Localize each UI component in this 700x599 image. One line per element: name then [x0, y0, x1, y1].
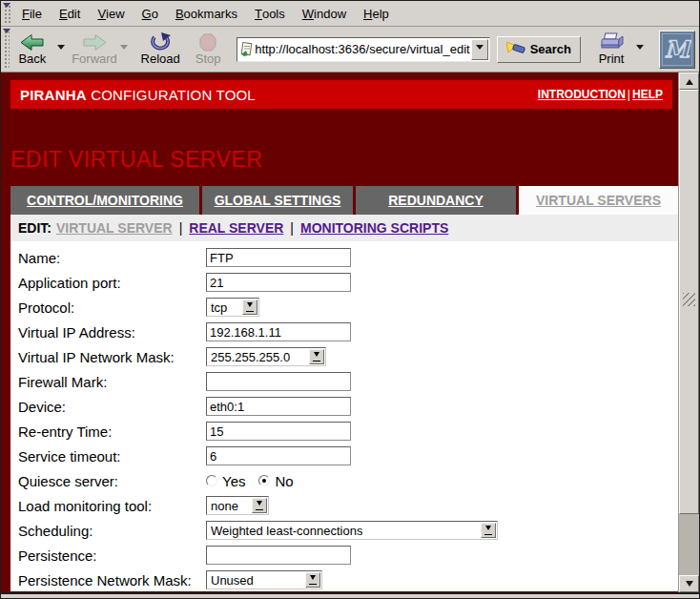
stop-label: Stop — [196, 52, 221, 66]
back-icon — [20, 32, 45, 52]
form-row: Application port: — [10, 270, 678, 295]
url-text[interactable]: http://localhost:3636/secure/virtual_edi… — [255, 42, 469, 56]
scrollbar-up-button[interactable] — [679, 72, 699, 90]
load-tool-select-arrow-button[interactable] — [252, 498, 267, 513]
quiesce-yes-label: Yes — [222, 473, 245, 489]
window-bottom-edge — [1, 592, 699, 598]
scheduling-label: Scheduling: — [18, 523, 206, 539]
forward-icon — [82, 32, 107, 52]
help-link[interactable]: HELP — [632, 88, 663, 101]
tab-redundancy[interactable]: REDUNDANCY — [356, 186, 516, 215]
load-monitoring-tool-select[interactable]: none — [206, 496, 269, 515]
form-row: Protocol: tcp — [10, 295, 678, 320]
persistence-netmask-label: Persistence Network Mask: — [18, 572, 206, 589]
form-row: Scheduling: Weighted least-connections — [10, 518, 678, 543]
quiesce-yes-radio[interactable] — [206, 475, 217, 486]
application-port-input[interactable] — [206, 273, 351, 292]
menu-items: File Edit View Go Bookmarks Tools Window… — [13, 1, 398, 26]
protocol-select[interactable]: tcp — [206, 298, 259, 317]
form-row: Load monitoring tool: none — [10, 493, 678, 518]
print-label: Print — [599, 52, 625, 66]
name-input[interactable] — [206, 248, 351, 267]
quiesce-no-label: No — [275, 473, 293, 489]
forward-dropdown-arrow[interactable] — [120, 45, 128, 53]
firewall-mark-input[interactable] — [206, 372, 351, 391]
virtual-server-form: Name: Application port: Protocol: tcp Vi… — [10, 241, 678, 591]
scrollbar-thumb[interactable] — [679, 90, 699, 514]
back-button[interactable]: Back — [11, 29, 53, 71]
toolbar-grip-handle[interactable] — [3, 29, 10, 70]
vip-netmask-value: 255.255.255.0 — [211, 350, 290, 364]
mozilla-logo-button[interactable]: M — [659, 31, 695, 69]
brand-rest: CONFIGURATION TOOL — [91, 87, 256, 103]
protocol-value: tcp — [211, 300, 227, 315]
stop-icon — [199, 32, 216, 52]
forward-button[interactable]: Forward — [72, 29, 116, 71]
url-history-dropdown[interactable] — [471, 39, 488, 60]
print-dropdown-arrow[interactable] — [636, 45, 644, 53]
introduction-link[interactable]: INTRODUCTION — [538, 88, 626, 101]
subnav-separator-1: | — [173, 220, 190, 236]
reentry-time-label: Re-entry Time: — [18, 423, 206, 440]
reload-button[interactable]: Reload — [139, 29, 181, 71]
persistence-input[interactable] — [206, 546, 351, 565]
persistence-netmask-value: Unused — [211, 573, 254, 588]
down-arrow-icon — [686, 581, 693, 590]
virtual-ip-input[interactable] — [206, 322, 351, 341]
menu-help[interactable]: Help — [355, 1, 398, 26]
vip-netmask-select-arrow-button[interactable] — [309, 349, 324, 364]
menu-view[interactable]: View — [89, 1, 133, 26]
header-link-separator: | — [626, 88, 632, 101]
menubar-grip-handle[interactable] — [3, 3, 11, 24]
quiesce-radio-group: Yes No — [206, 473, 307, 489]
back-dropdown-arrow[interactable] — [57, 45, 65, 53]
browser-window: File Edit View Go Bookmarks Tools Window… — [0, 0, 700, 599]
application-port-label: Application port: — [18, 275, 206, 291]
subnav-separator-2: | — [283, 220, 300, 236]
quiesce-server-label: Quiesce server: — [18, 473, 206, 489]
persistence-netmask-select-arrow-button[interactable] — [305, 572, 320, 588]
reentry-time-input[interactable] — [206, 422, 351, 441]
menu-window[interactable]: Window — [294, 1, 355, 26]
url-bar[interactable]: http://localhost:3636/secure/virtual_edi… — [237, 37, 489, 62]
search-button[interactable]: Search — [497, 36, 581, 63]
scrollbar-trough[interactable] — [679, 514, 699, 575]
form-row: Persistence: — [10, 543, 678, 568]
scheduling-select[interactable]: Weighted least-connections — [206, 521, 498, 540]
edit-subnav: EDIT: VIRTUAL SERVER | REAL SERVER | MON… — [10, 215, 678, 241]
reload-icon — [150, 32, 171, 52]
form-row: Firewall Mark: — [10, 369, 678, 394]
menu-tools[interactable]: Tools — [246, 1, 294, 26]
menu-edit[interactable]: Edit — [51, 1, 89, 26]
scrollbar-down-button[interactable] — [679, 575, 699, 592]
quiesce-no-radio[interactable] — [258, 475, 270, 486]
virtual-ip-label: Virtual IP Address: — [18, 324, 206, 341]
service-timeout-input[interactable] — [206, 446, 351, 465]
print-button[interactable]: Print — [590, 29, 632, 71]
scheduling-select-arrow-button[interactable] — [481, 523, 496, 538]
tab-virtual-servers[interactable]: VIRTUAL SERVERS — [519, 186, 678, 215]
persistence-netmask-select[interactable]: Unused — [206, 570, 322, 589]
subnav-virtual-server: VIRTUAL SERVER — [56, 220, 173, 236]
header-links: INTRODUCTION|HELP — [538, 88, 663, 101]
up-arrow-icon — [686, 75, 693, 85]
persistence-label: Persistence: — [18, 547, 206, 564]
tab-control-monitoring[interactable]: CONTROL/MONITORING — [10, 186, 199, 215]
protocol-select-arrow-button[interactable] — [242, 300, 257, 315]
stop-button[interactable]: Stop — [187, 29, 229, 71]
tab-global-settings[interactable]: GLOBAL SETTINGS — [202, 186, 353, 215]
vip-netmask-select[interactable]: 255.255.255.0 — [206, 347, 326, 366]
form-row: Device: — [10, 394, 678, 419]
bookmark-page-icon — [237, 42, 255, 56]
subnav-monitoring-scripts-link[interactable]: MONITORING SCRIPTS — [300, 220, 448, 236]
brand-strong: PIRANHA — [20, 87, 87, 103]
menu-bar: File Edit View Go Bookmarks Tools Window… — [1, 1, 699, 27]
menu-file[interactable]: File — [13, 1, 51, 26]
device-input[interactable] — [206, 397, 351, 416]
protocol-label: Protocol: — [18, 300, 206, 316]
form-row: Virtual IP Address: — [10, 320, 678, 344]
menu-bookmarks[interactable]: Bookmarks — [167, 1, 246, 26]
subnav-real-server-link[interactable]: REAL SERVER — [189, 220, 283, 236]
menu-go[interactable]: Go — [134, 1, 167, 26]
scheduling-value: Weighted least-connections — [211, 524, 362, 538]
